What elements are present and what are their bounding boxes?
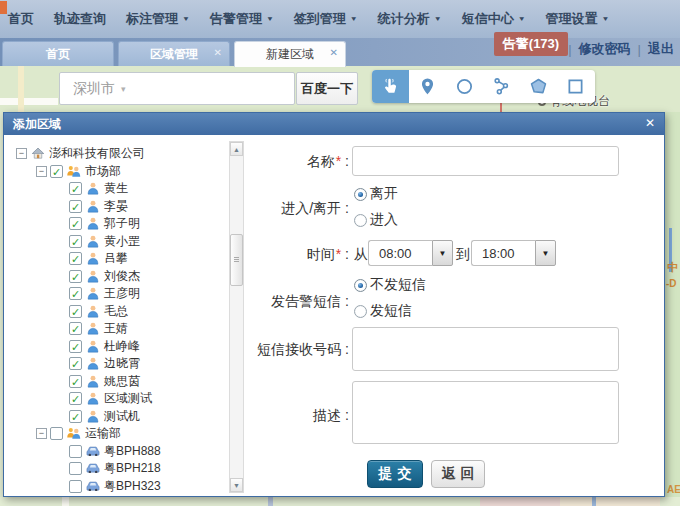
checkbox-unchecked[interactable] <box>50 427 63 440</box>
tree-node-label[interactable]: 测试机 <box>104 408 140 425</box>
nav-item-短信中心[interactable]: 短信中心▼ <box>462 10 526 28</box>
tree-node-label[interactable]: 粤BPH218 <box>104 460 161 477</box>
checkbox-checked[interactable]: ✓ <box>69 182 82 195</box>
car-icon <box>85 479 101 494</box>
logo <box>0 1 7 14</box>
checkbox-unchecked[interactable] <box>69 480 82 493</box>
collapse-icon[interactable]: − <box>16 148 27 159</box>
name-input[interactable] <box>352 146 619 176</box>
change-password-link[interactable]: 修改密码 <box>579 40 631 58</box>
polyline-tool-icon[interactable] <box>483 70 520 103</box>
time-from-input[interactable] <box>368 240 432 266</box>
person-icon <box>85 374 101 389</box>
circle-tool-icon[interactable] <box>446 70 483 103</box>
checkbox-checked[interactable]: ✓ <box>69 340 82 353</box>
sms-option-不发短信[interactable]: 不发短信 <box>354 276 426 294</box>
checkbox-checked[interactable]: ✓ <box>69 235 82 248</box>
tree-node-label[interactable]: 市场部 <box>85 163 121 180</box>
rectangle-tool-icon[interactable] <box>557 70 594 103</box>
collapse-icon[interactable]: − <box>36 428 47 439</box>
map-text-fragment: 中 <box>667 260 678 275</box>
tree-scrollbar[interactable]: ▲ ▼ <box>229 141 244 493</box>
tree-row: ✓郭子明 <box>9 215 227 233</box>
checkbox-checked[interactable]: ✓ <box>69 392 82 405</box>
dropdown-arrow-icon[interactable]: ▼ <box>432 240 453 266</box>
sms-number-label: 短信接收号码: <box>199 341 349 359</box>
radio-icon[interactable] <box>354 214 367 227</box>
hand-tool-icon[interactable] <box>372 70 409 103</box>
close-icon[interactable]: ✕ <box>645 116 655 130</box>
dropdown-arrow-icon[interactable]: ▼ <box>535 240 556 266</box>
marker-tool-icon[interactable] <box>409 70 446 103</box>
tree-node-label[interactable]: 黄生 <box>104 180 128 197</box>
checkbox-checked[interactable]: ✓ <box>69 375 82 388</box>
sms-option-发短信[interactable]: 发短信 <box>354 302 426 320</box>
app-window: 首页轨迹查询标注管理▼告警管理▼签到管理▼统计分析▼短信中心▼管理设置▼ 首页区… <box>0 0 680 506</box>
tree-node-label[interactable]: 区域测试 <box>104 390 152 407</box>
checkbox-checked[interactable]: ✓ <box>69 305 82 318</box>
checkbox-checked[interactable]: ✓ <box>50 165 63 178</box>
checkbox-checked[interactable]: ✓ <box>69 200 82 213</box>
tab-首页[interactable]: 首页 <box>2 41 114 66</box>
chevron-down-icon: ▼ <box>602 15 610 22</box>
scroll-down-icon[interactable]: ▼ <box>230 478 243 492</box>
description-input[interactable] <box>352 381 619 444</box>
tree-node-label[interactable]: 杜峥峰 <box>104 338 140 355</box>
tree-node-label[interactable]: 吕攀 <box>104 250 128 267</box>
nav-menu: 首页轨迹查询标注管理▼告警管理▼签到管理▼统计分析▼短信中心▼管理设置▼ <box>8 10 610 28</box>
tree-node-label[interactable]: 毛总 <box>104 303 128 320</box>
nav-item-管理设置[interactable]: 管理设置▼ <box>546 10 610 28</box>
tree-node-label[interactable]: 姚思茵 <box>104 373 140 390</box>
tree-node-label[interactable]: 粤BPH888 <box>104 443 161 460</box>
nav-item-label: 首页 <box>8 10 34 28</box>
time-to-input[interactable] <box>471 240 535 266</box>
nav-item-首页[interactable]: 首页 <box>8 10 34 28</box>
checkbox-checked[interactable]: ✓ <box>69 270 82 283</box>
logout-link[interactable]: 退出 <box>648 40 674 58</box>
nav-item-告警管理[interactable]: 告警管理▼ <box>210 10 274 28</box>
checkbox-checked[interactable]: ✓ <box>69 322 82 335</box>
polygon-tool-icon[interactable] <box>520 70 557 103</box>
tree-node-label[interactable]: 李晏 <box>104 198 128 215</box>
tab-新建区域[interactable]: 新建区域✕ <box>234 41 346 67</box>
tree-node-label[interactable]: 黄小罡 <box>104 233 140 250</box>
tree-node-label[interactable]: 边晓霄 <box>104 355 140 372</box>
tree-node-label[interactable]: 澎和科技有限公司 <box>49 145 145 162</box>
radio-icon[interactable] <box>354 305 367 318</box>
tab-close-icon[interactable]: ✕ <box>214 47 222 58</box>
map-search-input[interactable]: 深圳市 ▾ <box>59 72 295 105</box>
checkbox-checked[interactable]: ✓ <box>69 357 82 370</box>
nav-item-统计分析[interactable]: 统计分析▼ <box>378 10 442 28</box>
sms-number-input[interactable] <box>352 327 619 371</box>
checkbox-unchecked[interactable] <box>69 445 82 458</box>
tree-node-label[interactable]: 王彦明 <box>104 285 140 302</box>
tree-node-label[interactable]: 刘俊杰 <box>104 268 140 285</box>
tree-node-label[interactable]: 郭子明 <box>104 215 140 232</box>
checkbox-checked[interactable]: ✓ <box>69 217 82 230</box>
tab-close-icon[interactable]: ✕ <box>330 47 338 58</box>
nav-item-签到管理[interactable]: 签到管理▼ <box>294 10 358 28</box>
tree-node-label[interactable]: 王婧 <box>104 320 128 337</box>
nav-item-标注管理[interactable]: 标注管理▼ <box>126 10 190 28</box>
alarm-count-badge[interactable]: 告警(173) <box>494 32 568 56</box>
checkbox-checked[interactable]: ✓ <box>69 287 82 300</box>
enter-leave-option-进入[interactable]: 进入 <box>354 211 398 229</box>
radio-selected-icon[interactable] <box>354 279 367 292</box>
map-text-fragment: -D <box>666 278 677 289</box>
tree-node-label[interactable]: 运输部 <box>85 425 121 442</box>
radio-selected-icon[interactable] <box>354 188 367 201</box>
checkbox-checked[interactable]: ✓ <box>69 410 82 423</box>
nav-item-轨迹查询[interactable]: 轨迹查询 <box>54 10 106 28</box>
tab-区域管理[interactable]: 区域管理✕ <box>118 41 230 66</box>
city-selector[interactable]: 深圳市 <box>73 80 115 98</box>
map-bottom-edge <box>0 497 680 506</box>
checkbox-checked[interactable]: ✓ <box>69 252 82 265</box>
enter-leave-option-离开[interactable]: 离开 <box>354 185 398 203</box>
person-icon <box>85 234 101 249</box>
checkbox-unchecked[interactable] <box>69 462 82 475</box>
submit-button[interactable]: 提交 <box>367 460 423 488</box>
baidu-search-button[interactable]: 百度一下 <box>296 72 358 105</box>
tree-node-label[interactable]: 粤BPH323 <box>104 478 161 495</box>
back-button[interactable]: 返回 <box>431 460 485 488</box>
collapse-icon[interactable]: − <box>36 166 47 177</box>
